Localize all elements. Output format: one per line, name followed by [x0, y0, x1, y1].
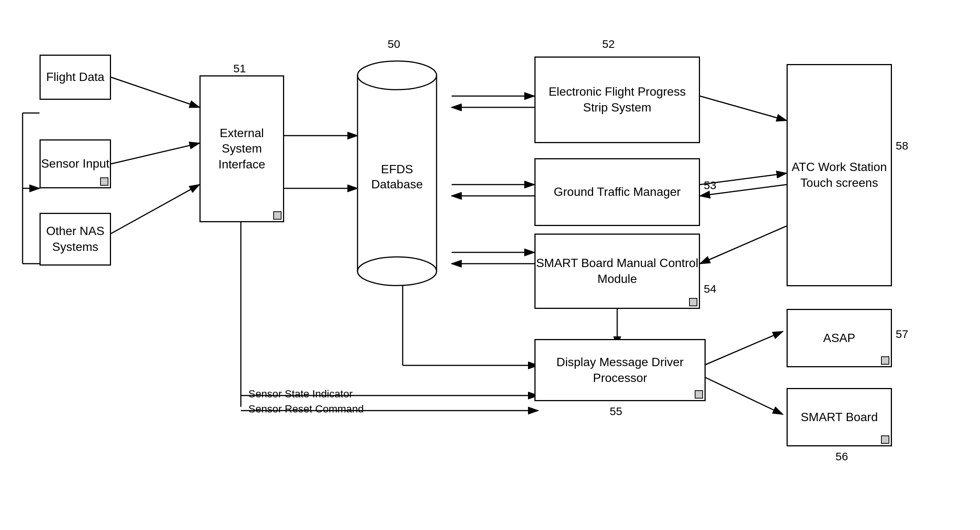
svg-point-31 [358, 257, 437, 286]
svg-line-20 [704, 332, 783, 366]
external-system-dot [273, 211, 282, 220]
smart-board-label: SMART Board [800, 409, 878, 425]
flight-data-box: Flight Data [40, 54, 111, 100]
gtm-box: Ground Traffic Manager [535, 158, 700, 226]
smart-board-dot [881, 436, 889, 444]
efps-box: Electronic Flight Progress Strip System [535, 56, 700, 143]
svg-line-2 [111, 77, 199, 107]
other-nas-label: Other NAS Systems [41, 223, 110, 255]
label-58: 58 [896, 139, 908, 152]
smart-board-module-label: SMART Board Manual Control Module [536, 255, 699, 287]
label-57: 57 [896, 328, 908, 340]
sensor-input-label: Sensor Input [41, 156, 109, 172]
efds-database-container: EFDS Database EFDS Database [354, 53, 440, 294]
external-system-box: External System Interface [199, 75, 284, 222]
asap-label: ASAP [823, 330, 855, 346]
asap-box: ASAP [787, 309, 892, 367]
label-51: 51 [233, 62, 246, 75]
sensor-input-box: Sensor Input [40, 139, 111, 188]
atc-workstation-box: ATC Work Station Touch screens [787, 64, 892, 286]
smart-board-module-box: SMART Board Manual Control Module [535, 233, 700, 309]
atc-workstation-label: ATC Work Station Touch screens [788, 159, 891, 191]
svg-line-4 [111, 185, 199, 233]
svg-text:EFDS: EFDS [381, 162, 413, 176]
svg-line-3 [111, 143, 199, 164]
gtm-label: Ground Traffic Manager [554, 184, 681, 200]
svg-line-21 [704, 377, 783, 414]
external-system-label: External System Interface [200, 125, 283, 172]
sensor-state-label: Sensor State Indicator [248, 388, 353, 400]
label-56: 56 [835, 450, 848, 463]
flight-data-label: Flight Data [46, 69, 105, 85]
efps-label: Electronic Flight Progress Strip System [536, 84, 699, 115]
asap-dot [881, 356, 889, 365]
display-message-label: Display Message Driver Processor [536, 354, 705, 386]
smart-board-box: SMART Board [787, 388, 892, 446]
label-53: 53 [704, 179, 716, 192]
label-54: 54 [704, 283, 716, 295]
other-nas-box: Other NAS Systems [40, 213, 111, 265]
sensor-input-dot [100, 177, 108, 186]
display-message-box: Display Message Driver Processor [535, 339, 706, 401]
display-message-dot [695, 390, 703, 399]
label-55: 55 [610, 405, 622, 418]
sensor-reset-label: Sensor Reset Command [248, 403, 364, 415]
svg-line-16 [700, 226, 787, 264]
svg-line-13 [700, 96, 787, 121]
smart-module-dot [689, 298, 697, 306]
label-50: 50 [388, 38, 400, 51]
svg-text:Database: Database [371, 177, 423, 191]
svg-point-30 [358, 61, 437, 89]
label-52: 52 [602, 38, 614, 51]
